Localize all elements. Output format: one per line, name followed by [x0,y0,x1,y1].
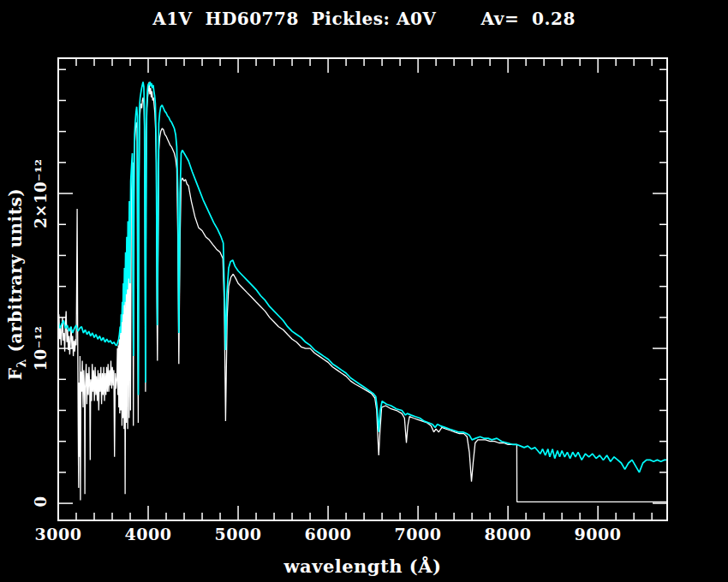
y-tick-label-1e-12: 10⁻¹² [32,326,50,371]
model-spectrum-line [58,82,667,472]
spectrum-plot [0,0,728,582]
x-tick-label-5000: 5000 [200,525,277,543]
plot-frame [58,58,667,520]
y-axis-label-units: (arbitrary units) [5,188,26,359]
x-axis-label: wavelength (Å) [58,555,667,577]
y-axis-label-lambda: λ [14,359,28,368]
y-tick-label-0: 0 [32,496,50,507]
y-axis-label-f: F [5,367,26,380]
y-tick-label-2e-12: 2×10⁻¹² [32,158,50,228]
y-axis-label: Fλ (arbitrary units) [5,188,28,380]
x-tick-label-3000: 3000 [20,525,97,543]
x-tick-label-9000: 9000 [559,525,636,543]
x-tick-label-7000: 7000 [379,525,456,543]
x-tick-label-6000: 6000 [289,525,367,543]
x-tick-label-4000: 4000 [110,525,187,543]
x-tick-label-8000: 8000 [469,525,546,543]
spectrum-plot-window: A1V HD60778 Pickles: A0V Av= 0.28 Fλ (ar… [0,0,728,582]
observed-spectrum-line [58,82,667,502]
